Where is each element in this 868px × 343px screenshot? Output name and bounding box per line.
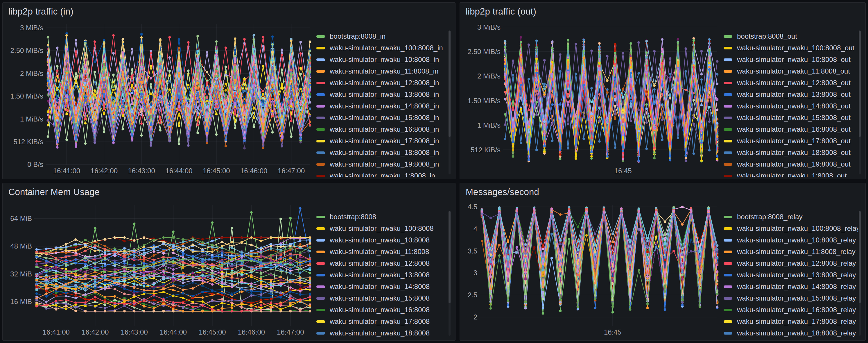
legend-swatch (724, 128, 732, 131)
legend-item[interactable]: waku-simulator_nwaku_15:8008_relay (724, 292, 858, 304)
legend-item[interactable]: waku-simulator_nwaku_16:8008_relay (724, 304, 858, 316)
legend-item[interactable]: waku-simulator_nwaku_15:8008 (316, 292, 448, 304)
y-tick-label: 3 MiB/s (477, 23, 500, 31)
legend-item[interactable]: waku-simulator_nwaku_14:8008_out (724, 100, 858, 112)
y-tick-label: 64 MiB (10, 215, 32, 222)
legend-item[interactable]: waku-simulator_nwaku_11:8008_out (724, 65, 858, 77)
legend-item[interactable]: waku-simulator_nwaku_100:8008_out (724, 42, 858, 54)
legend-item[interactable]: waku-simulator_nwaku_11:8008 (316, 246, 448, 258)
chart-area: 3 MiB/s2.50 MiB/s2 MiB/s1.50 MiB/s1 MiB/… (6, 18, 313, 177)
legend: bootstrap:8008waku-simulator_nwaku_100:8… (313, 199, 452, 338)
legend-swatch (724, 274, 732, 277)
legend-item[interactable]: waku-simulator_nwaku_10:8008 (316, 234, 448, 246)
legend-item[interactable]: waku-simulator_nwaku_16:8008_out (724, 123, 858, 135)
legend-label: waku-simulator_nwaku_13:8008_relay (737, 271, 856, 279)
legend-item[interactable]: waku-simulator_nwaku_100:8008_in (316, 42, 448, 54)
legend-item[interactable]: waku-simulator_nwaku_18:8008_relay (724, 327, 858, 338)
y-tick-label: 4.5 (468, 203, 477, 211)
panel-title[interactable]: Container Mem Usage (6, 185, 452, 199)
legend-item[interactable]: waku-simulator_nwaku_11:8008_relay (724, 246, 858, 258)
legend-swatch (724, 175, 732, 177)
legend-swatch (724, 297, 732, 300)
legend-item[interactable]: bootstrap:8008 (316, 211, 448, 223)
legend-scrollbar[interactable] (859, 30, 861, 174)
legend-label: waku-simulator_nwaku_13:8008 (330, 271, 430, 279)
legend-scrollbar-thumb[interactable] (448, 211, 451, 303)
legend-item[interactable]: waku-simulator_nwaku_18:8008_out (724, 147, 858, 159)
legend-scrollbar[interactable] (448, 211, 451, 336)
legend-item[interactable]: bootstrap:8008_out (724, 30, 858, 42)
legend-item[interactable]: waku-simulator_nwaku_1:8008_out (724, 170, 858, 177)
legend-item[interactable]: waku-simulator_nwaku_18:8008_in (316, 147, 448, 159)
legend-item[interactable]: waku-simulator_nwaku_17:8008 (316, 316, 448, 327)
panel-title[interactable]: libp2p traffic (out) (463, 5, 862, 18)
legend-item[interactable]: waku-simulator_nwaku_15:8008_in (316, 112, 448, 123)
legend-item[interactable]: waku-simulator_nwaku_17:8008_in (316, 135, 448, 147)
legend-item[interactable]: waku-simulator_nwaku_16:8008_in (316, 123, 448, 135)
legend-item[interactable]: waku-simulator_nwaku_12:8008_relay (724, 258, 858, 269)
y-tick-label: 1 MiB/s (477, 121, 500, 129)
panel-title[interactable]: libp2p traffic (in) (6, 5, 452, 18)
y-tick-label: 2 (473, 313, 477, 321)
legend-swatch (316, 35, 325, 38)
legend-item[interactable]: waku-simulator_nwaku_14:8008_in (316, 100, 448, 112)
x-tick-label: 16:44:00 (160, 328, 187, 336)
legend-item[interactable]: waku-simulator_nwaku_18:8008 (316, 327, 448, 338)
legend-item[interactable]: waku-simulator_nwaku_100:8008_relay (724, 223, 858, 234)
legend-item[interactable]: waku-simulator_nwaku_19:8008_out (724, 159, 858, 170)
legend-label: waku-simulator_nwaku_10:8008 (330, 236, 430, 244)
legend-label: waku-simulator_nwaku_12:8008_relay (737, 259, 856, 267)
legend-swatch (316, 175, 325, 177)
legend-item[interactable]: waku-simulator_nwaku_13:8008 (316, 269, 448, 281)
legend-label: waku-simulator_nwaku_10:8008_out (737, 56, 850, 64)
legend-item[interactable]: waku-simulator_nwaku_11:8008_in (316, 65, 448, 77)
legend-label: waku-simulator_nwaku_17:8008_out (737, 137, 850, 145)
legend-item[interactable]: waku-simulator_nwaku_17:8008_relay (724, 316, 858, 327)
chart-canvas[interactable]: 3 MiB/s2.50 MiB/s2 MiB/s1.50 MiB/s1 MiB/… (6, 18, 313, 177)
legend-label: waku-simulator_nwaku_16:8008_in (330, 125, 439, 134)
panel-body: 3 MiB/s2.50 MiB/s2 MiB/s1.50 MiB/s1 MiB/… (6, 18, 452, 177)
legend-label: waku-simulator_nwaku_10:8008_relay (737, 236, 856, 244)
x-tick-label: 16:46:00 (238, 328, 265, 336)
legend-item[interactable]: waku-simulator_nwaku_12:8008 (316, 258, 448, 269)
legend-item[interactable]: waku-simulator_nwaku_100:8008 (316, 223, 448, 234)
legend-item[interactable]: waku-simulator_nwaku_15:8008_out (724, 112, 858, 123)
legend-swatch (724, 163, 732, 166)
legend-swatch (724, 47, 732, 50)
x-tick-label: 16:45 (604, 328, 621, 336)
legend-label: waku-simulator_nwaku_18:8008_out (737, 148, 850, 157)
legend-item[interactable]: waku-simulator_nwaku_13:8008_out (724, 89, 858, 100)
x-tick-label: 16:47:00 (277, 328, 304, 336)
legend-item[interactable]: waku-simulator_nwaku_14:8008 (316, 281, 448, 292)
legend-item[interactable]: waku-simulator_nwaku_16:8008 (316, 304, 448, 316)
panel-messages-per-second: Messages/second 4.543.532.5216:45 bootst… (460, 183, 866, 341)
legend-item[interactable]: waku-simulator_nwaku_19:8008_in (316, 159, 448, 170)
legend-item[interactable]: waku-simulator_nwaku_10:8008_relay (724, 234, 858, 246)
legend-item[interactable]: waku-simulator_nwaku_14:8008_relay (724, 281, 858, 292)
legend-label: waku-simulator_nwaku_100:8008_in (330, 44, 443, 52)
legend-item[interactable]: waku-simulator_nwaku_13:8008_in (316, 89, 448, 100)
legend-item[interactable]: bootstrap:8008_in (316, 30, 448, 42)
legend-items: bootstrap:8008_inwaku-simulator_nwaku_10… (316, 30, 448, 177)
legend-item[interactable]: bootstrap:8008_relay (724, 211, 858, 223)
legend-label: waku-simulator_nwaku_17:8008_relay (737, 317, 856, 325)
chart-canvas[interactable]: 64 MiB48 MiB32 MiB16 MiB16:41:0016:42:00… (6, 199, 313, 338)
panel-title[interactable]: Messages/second (463, 185, 862, 199)
legend-item[interactable]: waku-simulator_nwaku_13:8008_relay (724, 269, 858, 281)
chart-canvas[interactable]: 4.543.532.5216:45 (463, 199, 721, 338)
legend-scrollbar-thumb[interactable] (859, 211, 861, 303)
legend-item[interactable]: waku-simulator_nwaku_17:8008_out (724, 135, 858, 147)
x-tick-label: 16:47:00 (278, 167, 305, 175)
legend-scrollbar-thumb[interactable] (859, 30, 861, 137)
chart-canvas[interactable]: 3 MiB/s2.50 MiB/s2 MiB/s1.50 MiB/s1 MiB/… (463, 18, 721, 177)
panel-body: 4.543.532.5216:45 bootstrap:8008_relaywa… (463, 199, 862, 338)
legend-item[interactable]: waku-simulator_nwaku_10:8008_out (724, 54, 858, 65)
legend-scrollbar-thumb[interactable] (448, 30, 451, 137)
legend-item[interactable]: waku-simulator_nwaku_12:8008_out (724, 77, 858, 89)
legend-scrollbar[interactable] (448, 30, 451, 174)
legend-item[interactable]: waku-simulator_nwaku_10:8008_in (316, 54, 448, 65)
legend-scrollbar[interactable] (859, 211, 861, 336)
legend-item[interactable]: waku-simulator_nwaku_12:8008_in (316, 77, 448, 89)
legend-item[interactable]: waku-simulator_nwaku_1:8008_in (316, 170, 448, 177)
legend-swatch (316, 332, 325, 335)
